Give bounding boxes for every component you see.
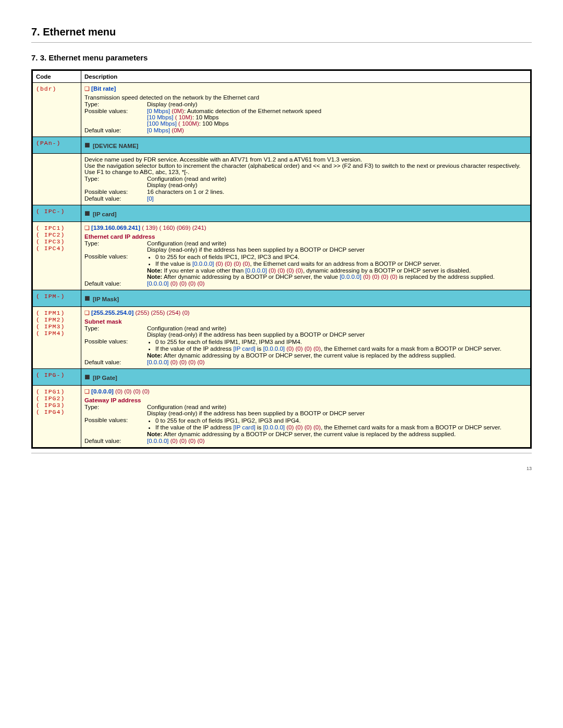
value: Display (read-only) xyxy=(147,101,527,107)
value: 16 characters on 1 or 2 lines. xyxy=(147,189,527,195)
list-item: 0 to 255 for each of fields IPM1, IPM2, … xyxy=(155,339,527,345)
value: Configuration (read and write)Display (r… xyxy=(147,240,527,253)
subtitle: Gateway IP address xyxy=(84,397,527,403)
code-ipg-sub: ( IPG1) ( IPG2) ( IPG3) ( IPG4) xyxy=(32,386,81,448)
list-item: If the value of the IP address [IP card]… xyxy=(155,424,527,430)
value: Configuration (read and write)Display (r… xyxy=(147,404,527,416)
parameters-table: Code Description (bdr) [Bit rate] Transm… xyxy=(31,69,532,449)
code-ipc: ( IPC-) xyxy=(32,205,81,222)
divider xyxy=(31,453,532,453)
label: Possible values: xyxy=(84,108,147,127)
label: Possible values: xyxy=(84,417,147,437)
text: Device name used by FDR service. Accessi… xyxy=(84,156,527,163)
text: Transmission speed detected on the netwo… xyxy=(84,94,527,101)
label: Type: xyxy=(84,240,147,253)
label: Possible values: xyxy=(84,253,147,280)
code-bdr: (bdr) xyxy=(32,83,81,137)
label: Type: xyxy=(84,101,147,107)
code-ipm: ( IPM-) xyxy=(32,290,81,307)
label: Type: xyxy=(84,325,147,338)
section-device-name: [DEVICE NAME] xyxy=(81,137,531,154)
label: Default value: xyxy=(84,359,147,365)
value: [0 Mbps] (0M): Automatic detection of th… xyxy=(147,108,527,127)
list-item: If the value of the IP address [IP card]… xyxy=(155,346,527,352)
param-name: [Bit rate] xyxy=(91,85,116,92)
code-pan: (PAn-) xyxy=(32,137,81,154)
code-ipg: ( IPG-) xyxy=(32,369,81,386)
value: 0 to 255 for each of fields IPG1, IPG2, … xyxy=(147,417,527,437)
desc-device-name: Device name used by FDR service. Accessi… xyxy=(81,154,531,205)
value: 0 to 255 for each of fields IPM1, IPM2, … xyxy=(147,338,527,359)
desc-ip-gate: [0.0.0.0] (0) (0) (0) (0) Gateway IP add… xyxy=(81,386,531,448)
page-title: 7. Ethernet menu xyxy=(31,26,532,38)
col-desc: Description xyxy=(81,70,531,83)
col-code: Code xyxy=(32,70,81,83)
label: Type: xyxy=(84,404,147,416)
list-item: 0 to 255 for each of fields IPC1, IPC2, … xyxy=(155,254,527,260)
label: Default value: xyxy=(84,195,147,202)
label: Default value: xyxy=(84,280,147,287)
label: Possible values: xyxy=(84,189,147,195)
value: Configuration (read and write)Display (r… xyxy=(147,325,527,338)
section-ip-card: [IP card] xyxy=(81,205,531,222)
value: Configuration (read and write)Display (r… xyxy=(147,176,527,188)
value: [0 Mbps] (0M) xyxy=(147,127,527,133)
code-ipm-sub: ( IPM1) ( IPM2) ( IPM3) ( IPM4) xyxy=(32,307,81,369)
divider xyxy=(31,42,532,43)
code-ipc-sub: ( IPC1) ( IPC2) ( IPC3) ( IPC4) xyxy=(32,222,81,290)
section-ip-gate: [IP Gate] xyxy=(81,369,531,386)
text: Use the navigation selector button to in… xyxy=(84,163,527,175)
section-title: 7. 3. Ethernet menu parameters xyxy=(31,53,532,62)
value: [0.0.0.0] (0) (0) (0) (0) xyxy=(147,359,527,365)
subtitle: Subnet mask xyxy=(84,318,527,325)
section-ip-mask: [IP Mask] xyxy=(81,290,531,307)
value: [0.0.0.0] (0) (0) (0) (0) xyxy=(147,280,527,287)
label: Type: xyxy=(84,176,147,188)
value: [0] xyxy=(147,195,527,202)
desc-bdr: [Bit rate] Transmission speed detected o… xyxy=(81,83,531,137)
value: 0 to 255 for each of fields IPC1, IPC2, … xyxy=(147,253,527,280)
list-item: 0 to 255 for each of fields IPG1, IPG2, … xyxy=(155,417,527,424)
label: Default value: xyxy=(84,127,147,133)
desc-ip-mask: [255.255.254.0] (255) (255) (254) (0) Su… xyxy=(81,307,531,369)
label: Possible values: xyxy=(84,338,147,359)
value: [0.0.0.0] (0) (0) (0) (0) xyxy=(147,438,527,444)
code-empty xyxy=(32,154,81,205)
subtitle: Ethernet card IP address xyxy=(84,233,527,240)
label: Default value: xyxy=(84,438,147,444)
list-item: If the value is [0.0.0.0] (0) (0) (0) (0… xyxy=(155,261,527,267)
desc-ip-card: [139.160.069.241] ( 139) ( 160) (069) (2… xyxy=(81,222,531,290)
page-number: 13 xyxy=(31,466,532,471)
